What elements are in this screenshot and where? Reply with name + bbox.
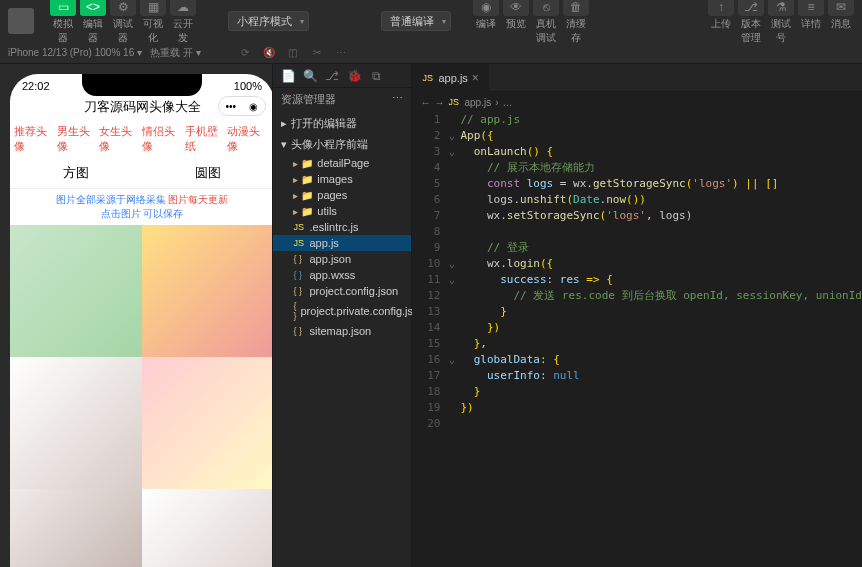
breadcrumb-file[interactable]: app.js [464, 97, 491, 108]
hot-reload-toggle[interactable]: 热重载 开 ▾ [150, 46, 201, 60]
folder-pages[interactable]: ▸ 📁pages [273, 187, 411, 203]
preview-button[interactable]: 👁 [503, 0, 529, 16]
top-toolbar: ▭ <> ⚙ ▦ ☁ 模拟器 编辑器 调试器 可视化 云开发 小程序模式 普通编… [0, 0, 862, 42]
cloud-toggle[interactable]: ☁ [170, 0, 196, 16]
preview-label: 预览 [503, 17, 529, 45]
editor-label: 编辑器 [80, 17, 106, 45]
clear-cache-button[interactable]: 🗑 [563, 0, 589, 16]
sub-toolbar: iPhone 12/13 (Pro) 100% 16 ▾ 热重载 开 ▾ ⟳ 🔇… [0, 42, 862, 64]
file-eslintrc[interactable]: JS.eslintrc.js [273, 219, 411, 235]
notice-button[interactable]: ✉ [828, 0, 854, 16]
file-projectprivate[interactable]: { }project.private.config.js... [273, 299, 411, 323]
branch-icon[interactable]: ⎇ [325, 69, 339, 83]
folder-detailpage[interactable]: ▸ 📁detailPage [273, 155, 411, 171]
explorer-more-icon[interactable]: ⋯ [392, 92, 403, 107]
explorer-panel: 📄 🔍 ⎇ 🐞 ⧉ 资源管理器 ⋯ ▸ 打开的编辑器 ▾ 头像小程序前端 ▸ 📁… [272, 64, 412, 567]
hint-text-2b: 可以保存 [143, 208, 183, 219]
simulator-label: 模拟器 [50, 17, 76, 45]
image-grid [10, 225, 272, 567]
realdebug-label: 真机调试 [533, 17, 559, 45]
project-root[interactable]: ▾ 头像小程序前端 [273, 134, 411, 155]
phone-notch [82, 74, 202, 96]
debugger-toggle[interactable]: ⚙ [110, 0, 136, 16]
upload-button[interactable]: ↑ [708, 0, 734, 16]
grid-image[interactable] [142, 357, 272, 489]
cat-tab-3[interactable]: 情侣头像 [142, 124, 185, 154]
avatar[interactable] [8, 8, 34, 34]
test-label: 测试号 [768, 17, 794, 45]
detail-button[interactable]: ≡ [798, 0, 824, 16]
grid-image[interactable] [10, 225, 142, 357]
compile-label: 编译 [473, 17, 499, 45]
version-button[interactable]: ⎇ [738, 0, 764, 16]
upload-label: 上传 [708, 17, 734, 45]
sim-shot-icon[interactable]: ◫ [285, 45, 301, 61]
search-icon[interactable]: 🔍 [303, 69, 317, 83]
folder-utils[interactable]: ▸ 📁utils [273, 203, 411, 219]
clear-label: 清缓存 [563, 17, 589, 45]
notice-label: 消息 [828, 17, 854, 45]
phone-battery: 100% [234, 80, 262, 92]
sim-rotate-icon[interactable]: ⟳ [237, 45, 253, 61]
breadcrumb-icon: JS [448, 97, 460, 107]
page-title: 刀客源码网头像大全 [84, 99, 201, 114]
code-editor[interactable]: 1234567891011121314151617181920 ⌄⌄ ⌄⌄ ⌄ … [412, 112, 862, 567]
detail-label: 详情 [798, 17, 824, 45]
breadcrumb: ←→ JS app.js ›… [412, 92, 862, 112]
grid-image[interactable] [10, 357, 142, 489]
cat-tab-0[interactable]: 推荐头像 [14, 124, 57, 154]
main-area: 22:02 100% 刀客源码网头像大全 •••◉ 推荐头像 男生头像 女生头像… [0, 64, 862, 567]
file-appjs[interactable]: JSapp.js [273, 235, 411, 251]
hint-text-1b: 图片每天更新 [168, 194, 228, 205]
sim-mute-icon[interactable]: 🔇 [261, 45, 277, 61]
sim-more-icon[interactable]: ⋯ [333, 45, 349, 61]
grid-image[interactable] [142, 489, 272, 567]
file-appjson[interactable]: { }app.json [273, 251, 411, 267]
hint-text-1: 图片全部采源于网络采集 [56, 194, 166, 205]
cat-tab-1[interactable]: 男生头像 [57, 124, 100, 154]
open-editors-section[interactable]: ▸ 打开的编辑器 [273, 113, 411, 134]
phone-capsule[interactable]: •••◉ [218, 96, 266, 116]
file-sitemap[interactable]: { }sitemap.json [273, 323, 411, 339]
tab-square[interactable]: 方图 [10, 158, 142, 188]
ext-icon[interactable]: ⧉ [369, 69, 383, 83]
simulator-toggle[interactable]: ▭ [50, 0, 76, 16]
simulator-panel: 22:02 100% 刀客源码网头像大全 •••◉ 推荐头像 男生头像 女生头像… [0, 64, 272, 567]
cat-tab-2[interactable]: 女生头像 [99, 124, 142, 154]
explorer-title: 资源管理器 [281, 92, 336, 107]
editor-toggle[interactable]: <> [80, 0, 106, 16]
compile-button[interactable]: ◉ [473, 0, 499, 16]
visualize-label: 可视化 [140, 17, 166, 45]
grid-image[interactable] [10, 489, 142, 567]
folder-images[interactable]: ▸ 📁images [273, 171, 411, 187]
visualize-toggle[interactable]: ▦ [140, 0, 166, 16]
debugger-label: 调试器 [110, 17, 136, 45]
sim-cut-icon[interactable]: ✂ [309, 45, 325, 61]
real-debug-button[interactable]: ⎋ [533, 0, 559, 16]
phone-frame: 22:02 100% 刀客源码网头像大全 •••◉ 推荐头像 男生头像 女生头像… [10, 74, 272, 567]
cat-tab-5[interactable]: 动漫头像 [227, 124, 270, 154]
tab-round[interactable]: 圆图 [142, 158, 272, 188]
grid-image[interactable] [142, 225, 272, 357]
category-tabs: 推荐头像 男生头像 女生头像 情侣头像 手机壁纸 动漫头像 [10, 120, 272, 158]
hint-text-2a: 点击图片 [101, 208, 141, 219]
mode-dropdown[interactable]: 小程序模式 [228, 11, 309, 31]
version-label: 版本管理 [738, 17, 764, 45]
device-selector[interactable]: iPhone 12/13 (Pro) 100% 16 ▾ [8, 47, 142, 58]
bug-icon[interactable]: 🐞 [347, 69, 361, 83]
editor-tab-appjs[interactable]: JS app.js × [412, 64, 488, 92]
cat-tab-4[interactable]: 手机壁纸 [185, 124, 228, 154]
test-button[interactable]: ⚗ [768, 0, 794, 16]
cloud-label: 云开发 [170, 17, 196, 45]
close-tab-icon[interactable]: × [472, 71, 479, 85]
phone-time: 22:02 [22, 80, 50, 92]
editor-panel: JS app.js × ←→ JS app.js ›… 123456789101… [412, 64, 862, 567]
file-appwxss[interactable]: { }app.wxss [273, 267, 411, 283]
file-projectconfig[interactable]: { }project.config.json [273, 283, 411, 299]
files-icon[interactable]: 📄 [281, 69, 295, 83]
compile-dropdown[interactable]: 普通编译 [381, 11, 451, 31]
